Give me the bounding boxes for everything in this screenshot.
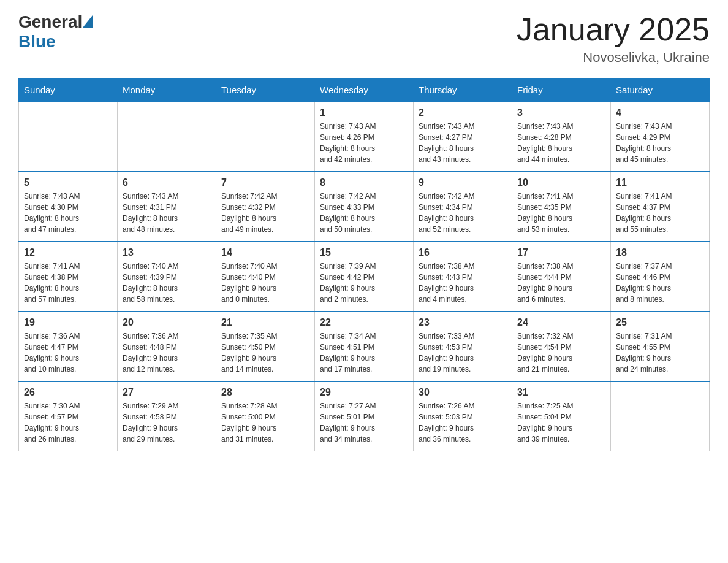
day-number: 9 <box>419 177 507 188</box>
calendar-week-row: 12Sunrise: 7:41 AM Sunset: 4:38 PM Dayli… <box>19 242 710 312</box>
day-number: 25 <box>616 317 704 328</box>
day-info: Sunrise: 7:28 AM Sunset: 5:00 PM Dayligh… <box>221 400 309 445</box>
weekday-header-wednesday: Wednesday <box>315 79 414 102</box>
day-info: Sunrise: 7:36 AM Sunset: 4:47 PM Dayligh… <box>24 331 112 375</box>
day-info: Sunrise: 7:33 AM Sunset: 4:53 PM Dayligh… <box>419 331 507 375</box>
calendar-cell: 4Sunrise: 7:43 AM Sunset: 4:29 PM Daylig… <box>611 102 710 172</box>
day-number: 18 <box>616 247 704 258</box>
calendar-cell: 15Sunrise: 7:39 AM Sunset: 4:42 PM Dayli… <box>315 242 414 312</box>
day-number: 26 <box>24 387 112 398</box>
calendar-cell: 12Sunrise: 7:41 AM Sunset: 4:38 PM Dayli… <box>19 242 118 312</box>
day-number: 27 <box>123 387 211 398</box>
weekday-header-sunday: Sunday <box>19 79 118 102</box>
day-number: 8 <box>320 177 408 188</box>
calendar-cell: 2Sunrise: 7:43 AM Sunset: 4:27 PM Daylig… <box>414 102 512 172</box>
calendar-cell: 11Sunrise: 7:41 AM Sunset: 4:37 PM Dayli… <box>611 172 710 242</box>
day-number: 29 <box>320 387 408 398</box>
day-info: Sunrise: 7:42 AM Sunset: 4:32 PM Dayligh… <box>221 191 309 235</box>
day-number: 12 <box>24 247 112 258</box>
day-info: Sunrise: 7:29 AM Sunset: 4:58 PM Dayligh… <box>123 400 211 445</box>
calendar-title: January 2025 <box>517 12 710 47</box>
day-number: 23 <box>419 317 507 328</box>
day-info: Sunrise: 7:26 AM Sunset: 5:03 PM Dayligh… <box>419 400 507 445</box>
day-number: 30 <box>419 387 507 398</box>
day-info: Sunrise: 7:38 AM Sunset: 4:44 PM Dayligh… <box>517 261 605 305</box>
day-info: Sunrise: 7:37 AM Sunset: 4:46 PM Dayligh… <box>616 261 704 305</box>
day-info: Sunrise: 7:39 AM Sunset: 4:42 PM Dayligh… <box>320 261 408 305</box>
day-info: Sunrise: 7:25 AM Sunset: 5:04 PM Dayligh… <box>517 400 605 445</box>
calendar-cell: 20Sunrise: 7:36 AM Sunset: 4:48 PM Dayli… <box>118 312 216 381</box>
calendar-cell: 3Sunrise: 7:43 AM Sunset: 4:28 PM Daylig… <box>512 102 611 172</box>
day-number: 17 <box>517 247 605 258</box>
calendar-cell: 16Sunrise: 7:38 AM Sunset: 4:43 PM Dayli… <box>414 242 512 312</box>
day-info: Sunrise: 7:43 AM Sunset: 4:31 PM Dayligh… <box>123 191 211 235</box>
calendar-cell: 7Sunrise: 7:42 AM Sunset: 4:32 PM Daylig… <box>216 172 315 242</box>
day-number: 5 <box>24 177 112 188</box>
day-number: 21 <box>221 317 309 328</box>
calendar-cell: 26Sunrise: 7:30 AM Sunset: 4:57 PM Dayli… <box>19 381 118 451</box>
day-number: 2 <box>419 107 507 118</box>
calendar-body: 1Sunrise: 7:43 AM Sunset: 4:26 PM Daylig… <box>19 102 710 451</box>
logo-line1: General <box>18 12 93 32</box>
calendar-subtitle: Novoselivka, Ukraine <box>517 50 710 66</box>
day-info: Sunrise: 7:30 AM Sunset: 4:57 PM Dayligh… <box>24 400 112 445</box>
weekday-header-thursday: Thursday <box>414 79 512 102</box>
day-info: Sunrise: 7:35 AM Sunset: 4:50 PM Dayligh… <box>221 331 309 375</box>
calendar-cell: 18Sunrise: 7:37 AM Sunset: 4:46 PM Dayli… <box>611 242 710 312</box>
day-number: 22 <box>320 317 408 328</box>
day-number: 7 <box>221 177 309 188</box>
day-info: Sunrise: 7:43 AM Sunset: 4:28 PM Dayligh… <box>517 121 605 165</box>
day-info: Sunrise: 7:41 AM Sunset: 4:38 PM Dayligh… <box>24 261 112 305</box>
day-info: Sunrise: 7:43 AM Sunset: 4:30 PM Dayligh… <box>24 191 112 235</box>
calendar-cell: 29Sunrise: 7:27 AM Sunset: 5:01 PM Dayli… <box>315 381 414 451</box>
day-info: Sunrise: 7:27 AM Sunset: 5:01 PM Dayligh… <box>320 400 408 445</box>
day-number: 11 <box>616 177 704 188</box>
weekday-header-tuesday: Tuesday <box>216 79 315 102</box>
page-header: General Blue January 2025 Novoselivka, U… <box>18 12 710 66</box>
calendar-cell <box>611 381 710 451</box>
calendar-header: SundayMondayTuesdayWednesdayThursdayFrid… <box>19 79 710 102</box>
day-info: Sunrise: 7:38 AM Sunset: 4:43 PM Dayligh… <box>419 261 507 305</box>
day-number: 20 <box>123 317 211 328</box>
logo: General Blue <box>18 12 93 52</box>
day-number: 1 <box>320 107 408 118</box>
day-info: Sunrise: 7:32 AM Sunset: 4:54 PM Dayligh… <box>517 331 605 375</box>
day-number: 15 <box>320 247 408 258</box>
day-info: Sunrise: 7:36 AM Sunset: 4:48 PM Dayligh… <box>123 331 211 375</box>
calendar-week-row: 26Sunrise: 7:30 AM Sunset: 4:57 PM Dayli… <box>19 381 710 451</box>
day-number: 4 <box>616 107 704 118</box>
day-number: 16 <box>419 247 507 258</box>
title-section: January 2025 Novoselivka, Ukraine <box>517 12 710 66</box>
day-info: Sunrise: 7:42 AM Sunset: 4:34 PM Dayligh… <box>419 191 507 235</box>
day-info: Sunrise: 7:40 AM Sunset: 4:39 PM Dayligh… <box>123 261 211 305</box>
calendar-cell: 31Sunrise: 7:25 AM Sunset: 5:04 PM Dayli… <box>512 381 611 451</box>
day-info: Sunrise: 7:40 AM Sunset: 4:40 PM Dayligh… <box>221 261 309 305</box>
logo-arrow-icon <box>83 15 93 28</box>
calendar-cell <box>19 102 118 172</box>
weekday-header-monday: Monday <box>118 79 216 102</box>
day-number: 10 <box>517 177 605 188</box>
calendar-cell: 6Sunrise: 7:43 AM Sunset: 4:31 PM Daylig… <box>118 172 216 242</box>
calendar-cell <box>118 102 216 172</box>
calendar-cell: 5Sunrise: 7:43 AM Sunset: 4:30 PM Daylig… <box>19 172 118 242</box>
calendar-cell: 8Sunrise: 7:42 AM Sunset: 4:33 PM Daylig… <box>315 172 414 242</box>
logo-text-general: General <box>18 12 82 32</box>
day-info: Sunrise: 7:42 AM Sunset: 4:33 PM Dayligh… <box>320 191 408 235</box>
calendar-cell: 22Sunrise: 7:34 AM Sunset: 4:51 PM Dayli… <box>315 312 414 381</box>
logo-text-blue: Blue <box>18 32 93 52</box>
calendar-cell: 9Sunrise: 7:42 AM Sunset: 4:34 PM Daylig… <box>414 172 512 242</box>
calendar-cell: 19Sunrise: 7:36 AM Sunset: 4:47 PM Dayli… <box>19 312 118 381</box>
day-number: 24 <box>517 317 605 328</box>
calendar-cell: 17Sunrise: 7:38 AM Sunset: 4:44 PM Dayli… <box>512 242 611 312</box>
calendar-week-row: 5Sunrise: 7:43 AM Sunset: 4:30 PM Daylig… <box>19 172 710 242</box>
calendar-week-row: 1Sunrise: 7:43 AM Sunset: 4:26 PM Daylig… <box>19 102 710 172</box>
calendar-table: SundayMondayTuesdayWednesdayThursdayFrid… <box>18 78 710 451</box>
calendar-cell: 14Sunrise: 7:40 AM Sunset: 4:40 PM Dayli… <box>216 242 315 312</box>
day-number: 14 <box>221 247 309 258</box>
calendar-cell: 1Sunrise: 7:43 AM Sunset: 4:26 PM Daylig… <box>315 102 414 172</box>
calendar-cell: 23Sunrise: 7:33 AM Sunset: 4:53 PM Dayli… <box>414 312 512 381</box>
day-info: Sunrise: 7:41 AM Sunset: 4:37 PM Dayligh… <box>616 191 704 235</box>
weekday-row: SundayMondayTuesdayWednesdayThursdayFrid… <box>19 79 710 102</box>
day-number: 31 <box>517 387 605 398</box>
calendar-cell: 21Sunrise: 7:35 AM Sunset: 4:50 PM Dayli… <box>216 312 315 381</box>
